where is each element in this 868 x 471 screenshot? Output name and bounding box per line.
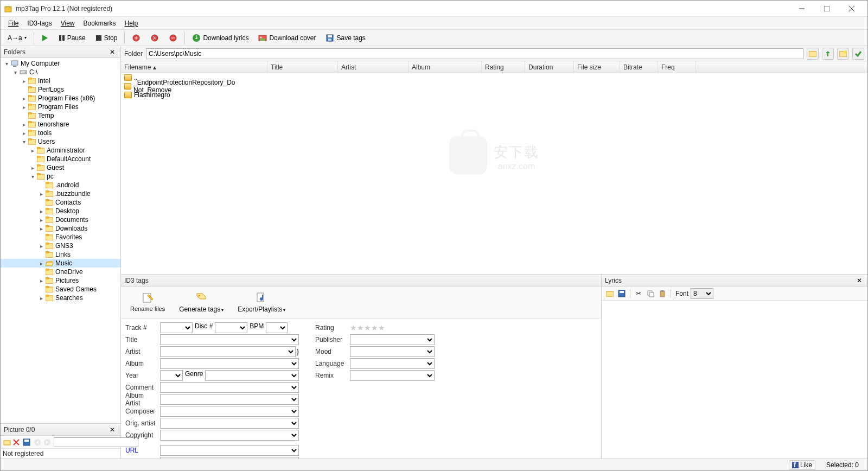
genre-select[interactable] (205, 370, 299, 381)
menu-id3tags[interactable]: ID3-tags (23, 18, 56, 28)
case-button[interactable]: A→a▾ (4, 33, 30, 43)
pause-button[interactable]: Pause (55, 33, 90, 43)
folder-tree[interactable]: ▾My Computer▾C:\▸IntelPerfLogs▸Program F… (1, 58, 120, 423)
browse-folder-icon[interactable] (807, 48, 819, 60)
tag-tool-1[interactable] (128, 32, 144, 44)
tree-node[interactable]: ▸Intel (1, 77, 120, 85)
generate-tags-button[interactable]: Generate tags▾ (174, 289, 228, 316)
close-button[interactable] (839, 1, 864, 17)
tree-node[interactable]: Saved Games (1, 285, 120, 294)
folders-close-icon[interactable]: ✕ (107, 48, 117, 56)
file-row[interactable]: _EndpointProtectionRepository_Do Not_Rem… (121, 82, 867, 91)
tree-node[interactable]: ▾My Computer (1, 59, 120, 68)
column-header[interactable]: Duration (525, 61, 574, 73)
lyrics-font-size-select[interactable]: 8 (691, 288, 713, 299)
bpm-select[interactable] (266, 322, 288, 333)
lyrics-close-icon[interactable]: ✕ (854, 277, 864, 284)
tree-node[interactable]: Contacts (1, 198, 120, 207)
pic-next-icon[interactable] (43, 437, 52, 447)
language-select[interactable] (350, 358, 435, 369)
tree-node[interactable]: ▸Guest (1, 163, 120, 172)
pic-save-icon[interactable] (22, 437, 31, 447)
pic-prev-icon[interactable] (33, 437, 42, 447)
apply-path-icon[interactable] (852, 48, 864, 60)
tree-node[interactable]: Links (1, 250, 120, 259)
artist-select[interactable] (160, 346, 296, 357)
new-folder-icon[interactable] (837, 48, 849, 60)
lyrics-cut-icon[interactable]: ✂ (634, 289, 643, 298)
pic-delete-icon[interactable] (12, 437, 20, 447)
tree-node[interactable]: ▸.buzzbundle (1, 189, 120, 198)
tree-node[interactable]: ▸Administrator (1, 146, 120, 155)
tag-tool-2[interactable] (146, 32, 163, 44)
year-select[interactable] (160, 370, 183, 381)
column-header[interactable]: Freq (658, 61, 696, 73)
download-lyrics-button[interactable]: Download lyrics (188, 32, 252, 44)
pic-open-icon[interactable] (3, 437, 11, 447)
play-button[interactable] (37, 33, 53, 43)
tree-node[interactable]: PerfLogs (1, 85, 120, 94)
lyrics-copy-icon[interactable] (646, 289, 655, 298)
facebook-like-button[interactable]: f Like (789, 460, 815, 470)
tree-node[interactable]: ▸Program Files (x86) (1, 94, 120, 103)
publisher-select[interactable] (350, 334, 435, 345)
column-header[interactable]: File size (574, 61, 620, 73)
disc-select[interactable] (215, 322, 247, 333)
menu-help[interactable]: Help (120, 18, 143, 28)
maximize-button[interactable] (814, 1, 839, 17)
title-select[interactable] (160, 334, 299, 345)
comment-select[interactable] (160, 382, 299, 393)
tree-node[interactable]: DefaultAccount (1, 155, 120, 163)
tree-node[interactable]: ▸Downloads (1, 224, 120, 233)
rename-files-button[interactable]: Rename files (125, 289, 170, 316)
tree-node[interactable]: ▾Users (1, 137, 120, 146)
stop-button[interactable]: Stop (92, 33, 122, 43)
tree-node[interactable]: ▸Desktop (1, 207, 120, 215)
album-select[interactable] (160, 358, 299, 369)
copyright-select[interactable] (160, 430, 299, 441)
tree-node[interactable]: ▾C:\ (1, 68, 120, 77)
picture-close-icon[interactable]: ✕ (107, 426, 117, 434)
column-header[interactable]: Bitrate (620, 61, 658, 73)
menu-bookmarks[interactable]: Bookmarks (79, 18, 120, 28)
column-header[interactable]: Filename ▴ (121, 61, 267, 73)
download-cover-button[interactable]: Download cover (254, 32, 320, 44)
tree-node[interactable]: ▸tenorshare (1, 120, 120, 129)
save-tags-button[interactable]: Save tags (322, 32, 369, 44)
tree-node[interactable]: ▸GNS3 (1, 241, 120, 250)
lyrics-save-icon[interactable] (617, 289, 627, 298)
album-artist-select[interactable] (160, 394, 299, 405)
tree-node[interactable]: ▸Program Files (1, 103, 120, 111)
file-row[interactable]: FlashIntegro (121, 91, 867, 99)
minimize-button[interactable] (789, 1, 814, 17)
tree-node[interactable]: Favorites (1, 233, 120, 241)
remix-select[interactable] (350, 370, 435, 381)
lyrics-textarea[interactable] (602, 301, 867, 459)
tree-node[interactable]: .android (1, 181, 120, 189)
tag-tool-3[interactable] (165, 32, 181, 44)
tree-node[interactable]: ▸Music (1, 259, 120, 268)
tree-node[interactable]: ▸Pictures (1, 276, 120, 285)
tree-node[interactable]: Temp (1, 111, 120, 120)
export-playlists-button[interactable]: Export/Playlists▾ (233, 289, 290, 316)
rating-stars[interactable]: ★★★★★ (350, 323, 385, 332)
lyrics-paste-icon[interactable] (658, 289, 667, 298)
tree-node[interactable]: OneDrive (1, 268, 120, 276)
column-header[interactable]: Rating (482, 61, 525, 73)
tree-node[interactable]: ▸Searches (1, 294, 120, 302)
track-select[interactable] (160, 322, 193, 333)
parent-folder-icon[interactable] (822, 48, 834, 60)
tree-node[interactable]: ▾pc (1, 172, 120, 181)
composer-select[interactable] (160, 406, 299, 417)
column-header[interactable]: Album (409, 61, 482, 73)
menu-view[interactable]: View (56, 18, 79, 28)
file-list[interactable]: Filename ▴TitleArtistAlbumRatingDuration… (121, 61, 867, 274)
orig-artist-select[interactable] (160, 418, 299, 429)
lyrics-open-icon[interactable] (605, 289, 615, 298)
url-select[interactable] (160, 445, 299, 456)
tree-node[interactable]: ▸tools (1, 129, 120, 137)
folder-path-input[interactable] (146, 48, 803, 59)
column-header[interactable]: Artist (338, 61, 409, 73)
menu-file[interactable]: File (4, 18, 23, 28)
tree-node[interactable]: ▸Documents (1, 215, 120, 224)
